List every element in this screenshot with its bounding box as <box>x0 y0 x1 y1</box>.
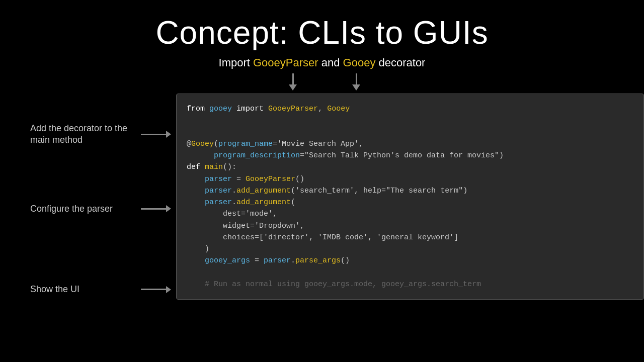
import-arrows <box>0 73 644 90</box>
subtitle-class2: Gooey <box>343 56 376 69</box>
code-decorator: @Gooey(program_name='Movie Search App', <box>187 138 633 150</box>
label-parser-text: Configure the parser <box>30 203 141 215</box>
arrow-parser <box>141 205 171 212</box>
label-showui-text: Show the UI <box>30 284 141 295</box>
subtitle-class1: GooeyParser <box>253 56 318 69</box>
code-blank3 <box>187 267 633 279</box>
code-gooey-args: gooey_args = parser.parse_args() <box>187 255 633 266</box>
subtitle-middle: and <box>318 56 343 69</box>
page-title: Concept: CLIs to GUIs <box>0 0 644 51</box>
code-def-main: def main(): <box>187 161 633 173</box>
label-decorator: Add the decorator to the main method <box>30 94 176 146</box>
subtitle: Import GooeyParser and Gooey decorator <box>0 56 644 69</box>
arrow-gooey <box>352 73 360 90</box>
arrow-decorator <box>141 131 171 138</box>
code-close-paren: ) <box>187 243 633 255</box>
code-dest: dest='mode', <box>187 208 633 220</box>
label-showui: Show the UI <box>30 215 176 295</box>
subtitle-suffix: decorator <box>375 56 425 69</box>
code-blank1 <box>187 115 633 126</box>
label-decorator-text: Add the decorator to the main method <box>30 123 141 146</box>
labels-column: Add the decorator to the main method Con… <box>30 94 176 296</box>
code-blank2 <box>187 127 633 138</box>
code-add-arg1: parser.add_argument('search_term', help=… <box>187 185 633 197</box>
arrow-gooeyparser <box>289 73 297 90</box>
code-parser-assign: parser = GooeyParser() <box>187 173 633 185</box>
code-import: from gooey import GooeyParser, Gooey <box>187 103 633 115</box>
code-block: from gooey import GooeyParser, Gooey @Go… <box>176 94 644 300</box>
code-choices: choices=['director', 'IMDB code', 'gener… <box>187 232 633 243</box>
code-add-arg2: parser.add_argument( <box>187 197 633 208</box>
main-content: Add the decorator to the main method Con… <box>0 94 644 300</box>
label-parser: Configure the parser <box>30 146 176 215</box>
arrow-showui <box>141 286 171 293</box>
code-comment: # Run as normal using gooey_args.mode, g… <box>187 279 633 290</box>
subtitle-prefix: Import <box>219 56 253 69</box>
code-widget: widget='Dropdown', <box>187 220 633 232</box>
code-prog-desc: program_description="Search Talk Python'… <box>187 150 633 161</box>
